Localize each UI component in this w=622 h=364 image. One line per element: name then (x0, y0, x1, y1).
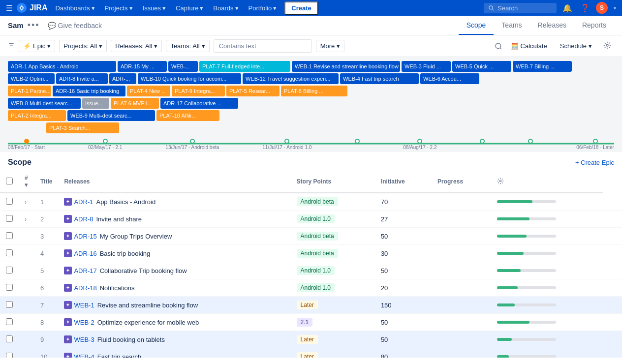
expand-arrow[interactable]: › (25, 216, 27, 223)
more-filter-button[interactable]: More ▾ (316, 40, 345, 52)
issue-key[interactable]: WEB-2 (74, 319, 94, 326)
row-checkbox[interactable] (6, 284, 13, 291)
row-expand[interactable]: › (19, 193, 34, 211)
timeline-bar[interactable]: WEB-1 Revise and streamline booking flow (292, 61, 400, 72)
timeline-bar[interactable]: WEB-9 Multi-dest searc... (67, 110, 155, 121)
th-releases[interactable]: Releases (58, 171, 290, 193)
timeline-bar[interactable]: WEB-4 Fast trip search (340, 73, 419, 84)
timeline-bar[interactable]: PLAT-1 Partne... (8, 86, 51, 96)
row-release[interactable]: Android 1.0 (291, 279, 375, 297)
timeline-bar[interactable]: PLAT-9 Integra... (172, 86, 225, 96)
timeline-bar[interactable]: ADR-17 Collaborative ... (160, 98, 238, 109)
timeline-bar[interactable]: WEB-... (168, 61, 198, 72)
timeline-bar[interactable]: ADR-... (109, 73, 136, 84)
timeline-bar[interactable]: WEB-7 Billing ... (513, 61, 572, 72)
row-release[interactable]: Later (291, 331, 375, 348)
timeline-bar[interactable]: WEB-2 Optim... (8, 73, 55, 84)
row-release[interactable]: Android 1.0 (291, 262, 375, 279)
row-release[interactable]: Android beta (291, 193, 375, 211)
issue-key[interactable]: ADR-17 (74, 267, 96, 274)
issue-key[interactable]: WEB-1 (74, 302, 94, 309)
timeline-bar[interactable]: ADR-8 Invite a... (56, 73, 108, 84)
user-menu-arrow[interactable]: ▾ (612, 3, 618, 13)
row-checkbox[interactable] (6, 198, 13, 205)
th-initiative[interactable]: Initiative (375, 171, 432, 193)
timeline-bar[interactable]: WEB-10 Quick booking for accom... (138, 73, 241, 84)
row-checkbox[interactable] (6, 249, 13, 256)
row-checkbox[interactable] (6, 318, 13, 325)
timeline-bar[interactable]: ADR-16 Basic trip booking (53, 86, 125, 96)
nav-projects[interactable]: Projects ▾ (101, 2, 137, 14)
user-avatar[interactable]: S (596, 2, 608, 14)
row-checkbox[interactable] (6, 215, 13, 222)
menu-icon[interactable]: ☰ (4, 1, 15, 15)
issue-key[interactable]: ADR-1 (74, 198, 93, 206)
issue-key[interactable]: ADR-16 (74, 250, 96, 257)
timeline-bar[interactable]: ADR-1 App Basics - Android (8, 61, 116, 72)
timeline-bar[interactable]: PLAT-4 New ... (127, 86, 170, 96)
notifications-icon[interactable]: 🔔 (560, 1, 574, 15)
row-release[interactable]: Later (291, 348, 375, 358)
row-release[interactable]: 2.1 (291, 314, 375, 331)
tab-reports[interactable]: Reports (574, 16, 614, 35)
timeline-bar[interactable]: PLAT-3 Search... (46, 122, 119, 133)
search-filter-icon[interactable] (495, 42, 502, 50)
timeline-bar[interactable]: Issue... (82, 98, 109, 109)
issue-key[interactable]: WEB-4 (74, 353, 94, 358)
search-input[interactable] (498, 4, 547, 12)
calculate-button[interactable]: 🧮 Calculate (506, 40, 552, 52)
settings-icon-button[interactable] (600, 39, 614, 53)
help-icon[interactable]: ❓ (578, 1, 592, 15)
projects-filter[interactable]: Projects: All ▾ (59, 40, 107, 52)
feedback-button[interactable]: 💬 Give feedback (44, 20, 106, 31)
timeline-bar[interactable]: WEB-6 Accou... (420, 73, 479, 84)
row-checkbox[interactable] (6, 353, 13, 358)
scope-table-wrapper[interactable]: # ▾ Title Releases Story Points Initiati… (0, 171, 622, 358)
nav-boards[interactable]: Boards ▾ (209, 2, 242, 14)
row-release[interactable]: Later (291, 297, 375, 314)
row-checkbox[interactable] (6, 301, 13, 308)
releases-filter[interactable]: Releases: All ▾ (111, 40, 162, 52)
row-release[interactable]: Android beta (291, 228, 375, 245)
issue-key[interactable]: WEB-3 (74, 336, 94, 343)
timeline-bar[interactable]: ADR-15 My ... (118, 61, 167, 72)
nav-dashboards[interactable]: Dashboards ▾ (51, 2, 98, 14)
create-epic-button[interactable]: + Create Epic (575, 159, 614, 166)
expand-arrow[interactable]: › (25, 199, 27, 206)
schedule-button[interactable]: Schedule ▾ (556, 40, 596, 52)
tab-teams[interactable]: Teams (494, 16, 529, 35)
epic-filter[interactable]: ⚡ Epic ▾ (19, 40, 55, 52)
issue-key[interactable]: ADR-18 (74, 284, 96, 292)
nav-portfolio[interactable]: Portfolio ▾ (245, 2, 281, 14)
th-title[interactable]: Title (34, 171, 58, 193)
search-box[interactable] (484, 3, 557, 13)
row-release[interactable]: Android 1.0 (291, 211, 375, 228)
issue-key[interactable]: ADR-8 (74, 215, 93, 223)
timeline-bar[interactable]: PLAT-6 MVP I... (111, 98, 159, 109)
timeline-bar[interactable]: WEB-8 Multi-dest searc... (8, 98, 81, 109)
text-filter-input[interactable] (214, 39, 312, 53)
row-release[interactable]: Android beta (291, 245, 375, 262)
tab-releases[interactable]: Releases (530, 16, 574, 35)
project-more-button[interactable]: ••• (28, 20, 40, 30)
timeline-bar[interactable]: PLAT-5 Resear... (226, 86, 280, 96)
issue-key[interactable]: ADR-15 (74, 233, 96, 240)
teams-filter[interactable]: Teams: All ▾ (166, 40, 209, 52)
select-all-checkbox[interactable] (6, 178, 13, 184)
timeline-bar[interactable]: PLAT-7 Full-fledged inte... (199, 61, 290, 72)
row-checkbox[interactable] (6, 335, 13, 342)
timeline-bar[interactable]: WEB-3 Fluid ... (402, 61, 451, 72)
nav-capture[interactable]: Capture ▾ (172, 2, 207, 14)
th-settings[interactable] (491, 171, 603, 193)
nav-issues[interactable]: Issues ▾ (139, 2, 170, 14)
row-expand[interactable]: › (19, 211, 34, 228)
th-num[interactable]: # ▾ (19, 171, 34, 193)
jira-logo[interactable]: JIRA (17, 3, 47, 13)
timeline-bar[interactable]: PLAT-10 Affili... (156, 110, 219, 121)
th-progress[interactable]: Progress (432, 171, 491, 193)
timeline-bar[interactable]: PLAT-8 Billing ... (281, 86, 347, 96)
timeline-bar[interactable]: PLAT-2 Integra... (8, 110, 66, 121)
create-button[interactable]: Create (284, 1, 318, 15)
row-checkbox[interactable] (6, 232, 13, 239)
tab-scope[interactable]: Scope (459, 16, 494, 35)
